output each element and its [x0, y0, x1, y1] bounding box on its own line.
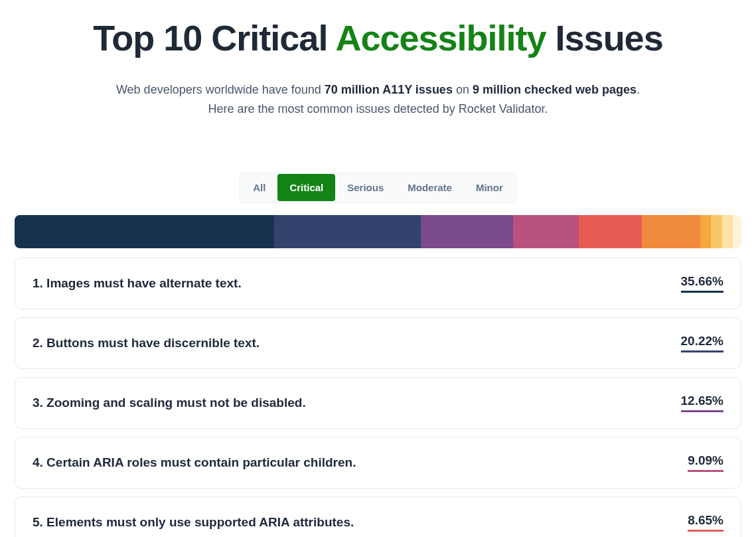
bar-segment-5[interactable]	[579, 215, 642, 248]
tab-minor[interactable]: Minor	[464, 174, 515, 201]
impact-tabs: AllCriticalSeriousModerateMinor	[15, 172, 741, 203]
subtitle-issues: 70 million A11Y issues	[325, 83, 453, 96]
issue-label: 1. Images must have alternate text.	[33, 276, 242, 291]
issue-percent: 9.09%	[688, 453, 723, 472]
bar-segment-7[interactable]	[700, 215, 711, 248]
issue-label: 5. Elements must only use supported ARIA…	[33, 515, 354, 530]
issue-percent: 20.22%	[681, 334, 723, 352]
issue-label: 4. Certain ARIA roles must contain parti…	[33, 455, 356, 470]
page-title: Top 10 Critical Accessibility Issues	[15, 19, 741, 58]
subtitle-text-mid: on	[453, 83, 473, 96]
bar-segment-8[interactable]	[711, 215, 721, 248]
page-subtitle: Web developers worldwide have found 70 m…	[15, 80, 741, 119]
issue-percent: 35.66%	[681, 274, 723, 293]
issue-label: 2. Buttons must have discernible text.	[33, 336, 260, 350]
bar-segment-3[interactable]	[421, 215, 513, 248]
bar-segment-2[interactable]	[274, 215, 421, 248]
title-post: Issues	[546, 18, 663, 58]
bar-segment-1[interactable]	[15, 215, 274, 248]
issues-bar-chart	[15, 215, 741, 248]
issue-label: 3. Zooming and scaling must not be disab…	[33, 396, 306, 410]
bar-segment-10[interactable]	[733, 215, 741, 248]
issue-row[interactable]: 5. Elements must only use supported ARIA…	[15, 497, 741, 537]
issue-row[interactable]: 4. Certain ARIA roles must contain parti…	[15, 437, 741, 489]
tab-serious[interactable]: Serious	[335, 174, 396, 201]
tab-critical[interactable]: Critical	[277, 174, 335, 201]
tab-moderate[interactable]: Moderate	[396, 174, 464, 201]
bar-segment-6[interactable]	[642, 215, 700, 248]
issue-row[interactable]: 1. Images must have alternate text.35.66…	[15, 258, 741, 309]
issue-percent: 8.65%	[688, 513, 723, 532]
subtitle-text-pre: Web developers worldwide have found	[116, 83, 325, 96]
title-highlight: Accessibility	[335, 18, 546, 58]
subtitle-text-post: .	[637, 83, 640, 96]
issue-row[interactable]: 3. Zooming and scaling must not be disab…	[15, 377, 741, 429]
title-pre: Top 10 Critical	[93, 18, 335, 58]
subtitle-pages: 9 million checked web pages	[473, 83, 637, 96]
bar-segment-9[interactable]	[722, 215, 733, 248]
issue-row[interactable]: 2. Buttons must have discernible text.20…	[15, 317, 741, 369]
bar-segment-4[interactable]	[513, 215, 579, 248]
issue-percent: 12.65%	[681, 394, 723, 412]
issues-list: 1. Images must have alternate text.35.66…	[15, 258, 741, 537]
tab-all[interactable]: All	[241, 174, 277, 201]
subtitle-line2: Here are the most common issues detected…	[208, 102, 548, 115]
